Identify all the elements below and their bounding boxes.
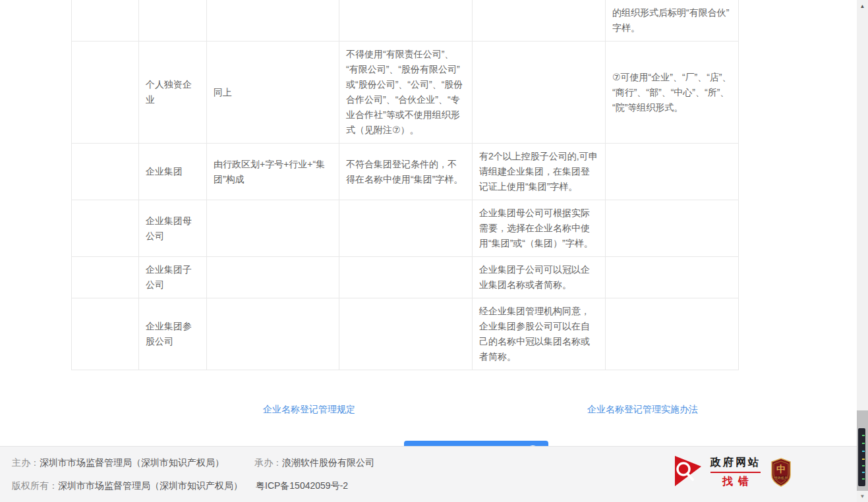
table-cell <box>207 298 339 370</box>
organizer-value: 深圳市市场监督管理局（深圳市知识产权局） <box>40 457 224 468</box>
table-cell <box>339 257 473 298</box>
regulation-links: 企业名称登记管理规定 企业名称登记管理实施办法 <box>142 403 809 416</box>
table-cell: 有2个以上控股子公司的,可申请组建企业集团，在集团登记证上使用“集团”字样。 <box>473 144 606 200</box>
table-cell: 企业集团子公司可以冠以企业集团名称或者简称。 <box>473 257 606 298</box>
footer-line-1: 主办：深圳市市场监督管理局（深圳市知识产权局）承办：浪潮软件股份有限公司 <box>12 457 374 469</box>
error-badge-subtitle: 找错 <box>717 475 754 489</box>
gov-agency-shield-badge-icon[interactable]: 中 党政机关 <box>771 458 791 487</box>
table-cell <box>207 0 339 42</box>
table-cell-entity-type: 企业集团子公司 <box>139 257 207 298</box>
organizer-label: 主办： <box>12 457 40 468</box>
error-badge-title: 政府网站 <box>710 456 761 470</box>
table-cell <box>473 42 606 144</box>
page: 的组织形式后标明“有限合伙”字样。 个人独资企业 同上 不得使用“有限责任公司”… <box>0 0 857 502</box>
table-cell-entity-type: 个人独资企业 <box>139 42 207 144</box>
enterprise-name-rules-table: 的组织形式后标明“有限合伙”字样。 个人独资企业 同上 不得使用“有限责任公司”… <box>71 0 739 370</box>
scrollbar-up-arrow-icon[interactable]: ▲ <box>857 1 868 11</box>
table-row: 个人独资企业 同上 不得使用“有限责任公司”、“有限公司”、“股份有限公司”或“… <box>72 42 739 144</box>
table-cell <box>339 200 473 257</box>
table-cell <box>339 0 473 42</box>
table-cell <box>207 257 339 298</box>
table-row: 企业集团子公司 企业集团子公司可以冠以企业集团名称或者简称。 <box>72 257 739 298</box>
table-cell <box>606 200 739 257</box>
table-cell: 不得使用“有限责任公司”、“有限公司”、“股份有限公司”或“股份公司”、“公司”… <box>339 42 473 144</box>
footer-line-2: 版权所有：深圳市市场监督管理局（深圳市知识产权局）粤ICP备15042059号-… <box>12 480 348 492</box>
footer-badges: 政府网站 找错 中 党政机关 <box>672 455 791 489</box>
table-cell: 的组织形式后标明“有限合伙”字样。 <box>606 0 739 42</box>
table-cell <box>72 0 139 42</box>
scrollbar-dark-marker-widget <box>858 428 865 486</box>
gov-site-error-report-badge[interactable]: 政府网站 找错 <box>672 455 761 489</box>
copyright-label: 版权所有： <box>12 480 58 491</box>
vertical-scrollbar[interactable]: ▲ ▼ <box>857 0 868 502</box>
regulation-link-right-wrap: 企业名称登记管理实施办法 <box>476 403 809 416</box>
table-cell: 由行政区划+字号+行业+“集团”构成 <box>207 144 339 200</box>
table-cell <box>606 257 739 298</box>
svg-text:中: 中 <box>776 464 786 474</box>
table-cell: 同上 <box>207 42 339 144</box>
footer: 主办：深圳市市场监督管理局（深圳市知识产权局）承办：浪潮软件股份有限公司 版权所… <box>0 446 857 502</box>
table-cell <box>339 298 473 370</box>
shield-badge-label: 党政机关 <box>774 476 788 480</box>
table-cell <box>72 298 139 370</box>
table-cell <box>207 200 339 257</box>
link-enterprise-name-implementation-measures[interactable]: 企业名称登记管理实施办法 <box>587 404 698 414</box>
table-cell <box>606 298 739 370</box>
error-badge-divider <box>710 472 761 473</box>
link-enterprise-name-regulation[interactable]: 企业名称登记管理规定 <box>263 404 355 414</box>
icp-number: 粤ICP备15042059号-2 <box>256 480 348 491</box>
content-area: 的组织形式后标明“有限合伙”字样。 个人独资企业 同上 不得使用“有限责任公司”… <box>0 0 738 462</box>
table-row: 企业集团 由行政区划+字号+行业+“集团”构成 不符合集团登记条件的，不得在名称… <box>72 144 739 200</box>
table-cell <box>72 144 139 200</box>
scrollbar-down-arrow-icon[interactable]: ▼ <box>857 491 868 501</box>
regulation-link-left-wrap: 企业名称登记管理规定 <box>142 403 476 416</box>
table-row: 企业集团参股公司 经企业集团管理机构同意，企业集团参股公司可以在自己的名称中冠以… <box>72 298 739 370</box>
table-cell <box>72 200 139 257</box>
undertaker-value: 浪潮软件股份有限公司 <box>282 457 374 468</box>
table-cell <box>72 257 139 298</box>
table-row: 企业集团母公司 企业集团母公司可根据实际需要，选择在企业名称中使用“集团”或“（… <box>72 200 739 257</box>
table-cell-entity-type: 企业集团参股公司 <box>139 298 207 370</box>
table-cell: 经企业集团管理机构同意，企业集团参股公司可以在自己的名称中冠以集团名称或者简称。 <box>473 298 606 370</box>
table-cell: 企业集团母公司可根据实际需要，选择在企业名称中使用“集团”或“（集团）”字样。 <box>473 200 606 257</box>
table-cell-entity-type: 企业集团 <box>139 144 207 200</box>
undertaker-label: 承办： <box>254 457 282 468</box>
copyright-value: 深圳市市场监督管理局（深圳市知识产权局） <box>58 480 243 491</box>
table-cell: 不符合集团登记条件的，不得在名称中使用“集团”字样。 <box>339 144 473 200</box>
table-cell: ⑦可使用“企业”、“厂”、“店”、“商行”、“部”、“中心”、“所”、“院”等组… <box>606 42 739 144</box>
table-cell <box>139 0 207 42</box>
error-report-magnifier-icon <box>672 455 704 489</box>
table-cell-entity-type: 企业集团母公司 <box>139 200 207 257</box>
table-cell <box>72 42 139 144</box>
table-cell <box>473 0 606 42</box>
table-cell <box>606 144 739 200</box>
error-badge-text: 政府网站 找错 <box>710 456 761 489</box>
table-row: 的组织形式后标明“有限合伙”字样。 <box>72 0 739 42</box>
